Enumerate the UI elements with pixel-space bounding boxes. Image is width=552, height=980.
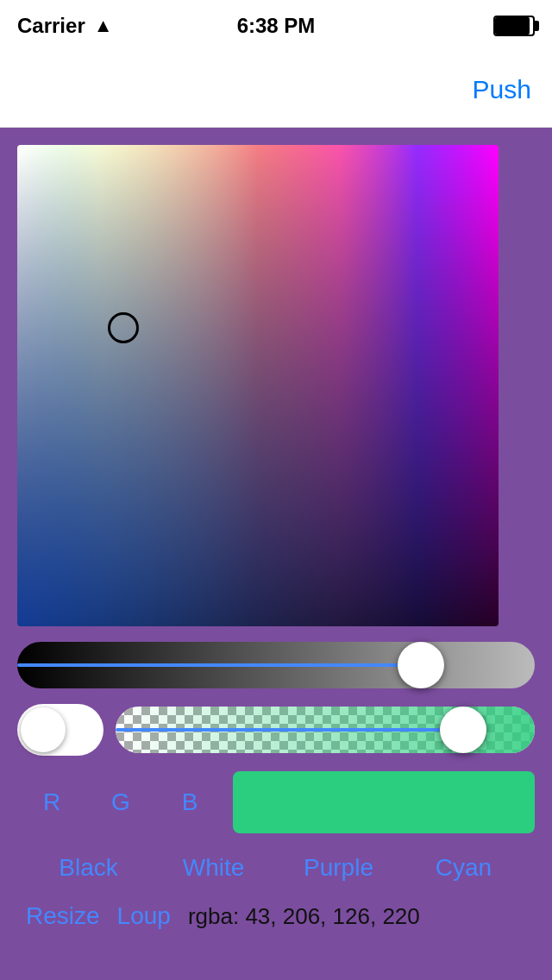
bottom-row: Resize Loup rgba: 43, 206, 126, 220 [17, 902, 535, 930]
brightness-slider-track[interactable] [17, 642, 535, 688]
picker-canvas[interactable] [17, 145, 499, 626]
color-canvas[interactable] [17, 145, 499, 626]
brightness-slider-row [17, 642, 535, 688]
toggle-alpha-row [17, 704, 535, 756]
toggle-switch[interactable] [17, 704, 104, 756]
status-bar: Carrier ▲ 6:38 PM [0, 0, 552, 52]
alpha-blue-line [116, 728, 463, 732]
resize-button[interactable]: Resize [26, 902, 100, 930]
battery-icon [493, 16, 535, 36]
rgb-swatch-row: R G B [17, 771, 535, 833]
time-label: 6:38 PM [237, 14, 316, 38]
preset-black-button[interactable]: Black [26, 849, 151, 887]
presets-row: Black White Purple Cyan [17, 849, 535, 887]
push-button[interactable]: Push [473, 75, 531, 104]
color-canvas-wrapper [17, 145, 535, 626]
color-swatch [233, 771, 535, 833]
rgba-value: rgba: 43, 206, 126, 220 [188, 903, 420, 930]
toggle-knob [21, 707, 66, 752]
carrier-wifi: Carrier ▲ [17, 14, 113, 38]
r-label: R [17, 788, 86, 816]
preset-purple-button[interactable]: Purple [276, 849, 401, 887]
preset-white-button[interactable]: White [151, 849, 276, 887]
g-label: G [86, 788, 155, 816]
main-area: R G B Black White Purple Cyan Resize Lou… [0, 128, 552, 980]
alpha-thumb[interactable] [440, 707, 486, 753]
wifi-icon: ▲ [94, 15, 113, 37]
battery-fill [495, 17, 530, 35]
carrier-label: Carrier [17, 14, 85, 38]
brightness-thumb[interactable] [398, 642, 444, 688]
b-label: B [155, 788, 224, 816]
alpha-slider-track[interactable] [116, 707, 535, 753]
brightness-blue-line [17, 663, 421, 667]
loup-button[interactable]: Loup [117, 902, 171, 930]
nav-bar: Push [0, 52, 552, 128]
preset-cyan-button[interactable]: Cyan [401, 849, 526, 887]
